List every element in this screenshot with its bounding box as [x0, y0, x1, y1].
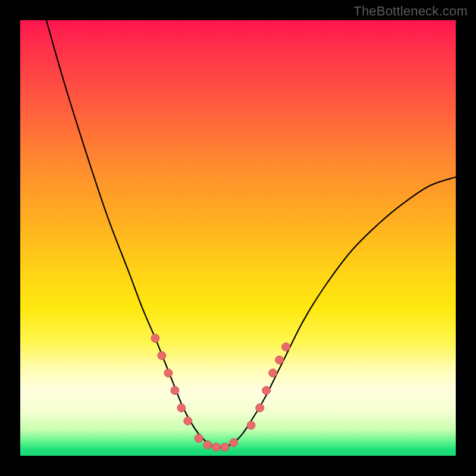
curve-marker [275, 356, 284, 364]
curve-marker [164, 369, 173, 377]
chart-stage: TheBottleneck.com [0, 0, 476, 476]
curve-marker [212, 443, 220, 451]
curve-marker [221, 443, 229, 451]
curve-marker [177, 404, 186, 412]
curve-marker [256, 404, 264, 412]
curve-marker [282, 343, 290, 351]
watermark-text: TheBottleneck.com [353, 4, 468, 19]
curve-marker [158, 352, 166, 360]
curve-marker [262, 386, 271, 394]
curve-marker [184, 416, 192, 425]
curve-marker [269, 369, 277, 377]
plot-area [20, 20, 456, 456]
curve-marker [171, 386, 179, 394]
marker-layer [151, 334, 290, 451]
curve-marker [247, 421, 255, 430]
curve-marker [151, 334, 159, 342]
curve-marker [203, 441, 212, 449]
curve-marker [195, 434, 203, 443]
curve-layer [20, 20, 456, 456]
bottleneck-curve [46, 20, 456, 447]
curve-marker [230, 439, 238, 447]
